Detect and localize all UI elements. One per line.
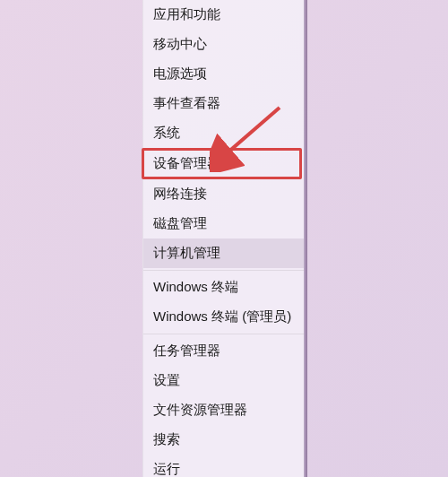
menu-item-file-explorer[interactable]: 文件资源管理器 — [143, 395, 304, 425]
menu-item-label: Windows 终端 (管理员) — [153, 308, 291, 325]
menu-item-label: 设置 — [153, 372, 180, 389]
menu-item-label: 应用和功能 — [153, 6, 220, 23]
menu-item-device-manager[interactable]: 设备管理器 — [142, 148, 302, 179]
menu-item-label: 网络连接 — [153, 186, 207, 203]
menu-item-run[interactable]: 运行 — [143, 455, 304, 477]
menu-item-label: 移动中心 — [153, 36, 207, 53]
menu-item-computer-management[interactable]: 计算机管理 — [143, 238, 304, 268]
menu-item-mobility-center[interactable]: 移动中心 — [143, 30, 304, 59]
menu-item-search[interactable]: 搜索 — [143, 425, 304, 455]
menu-item-network-connections[interactable]: 网络连接 — [143, 179, 304, 209]
menu-item-label: 任务管理器 — [153, 343, 220, 360]
menu-item-label: Windows 终端 — [153, 279, 238, 296]
menu-item-label: 计算机管理 — [153, 245, 220, 262]
menu-item-label: 系统 — [153, 125, 180, 142]
menu-separator — [143, 270, 304, 271]
menu-separator — [143, 334, 304, 334]
menu-item-system[interactable]: 系统 — [143, 118, 304, 148]
menu-item-label: 搜索 — [153, 431, 180, 448]
menu-item-windows-terminal-admin[interactable]: Windows 终端 (管理员) — [143, 302, 304, 332]
menu-item-task-manager[interactable]: 任务管理器 — [143, 336, 304, 366]
menu-item-label: 设备管理器 — [153, 155, 220, 172]
menu-item-label: 运行 — [153, 461, 180, 477]
menu-item-label: 文件资源管理器 — [153, 402, 247, 419]
menu-item-settings[interactable]: 设置 — [143, 366, 304, 395]
menu-item-label: 电源选项 — [153, 65, 207, 82]
winx-menu: 应用和功能 移动中心 电源选项 事件查看器 系统 设备管理器 网络连接 磁盘管理… — [142, 0, 305, 477]
menu-item-windows-terminal[interactable]: Windows 终端 — [143, 273, 304, 302]
menu-item-apps-and-features[interactable]: 应用和功能 — [143, 0, 304, 30]
menu-item-label: 事件查看器 — [153, 95, 220, 112]
menu-item-event-viewer[interactable]: 事件查看器 — [143, 89, 304, 118]
menu-item-power-options[interactable]: 电源选项 — [143, 59, 304, 89]
menu-item-disk-management[interactable]: 磁盘管理 — [143, 209, 304, 238]
menu-right-edge — [304, 0, 307, 477]
menu-item-label: 磁盘管理 — [153, 215, 207, 232]
